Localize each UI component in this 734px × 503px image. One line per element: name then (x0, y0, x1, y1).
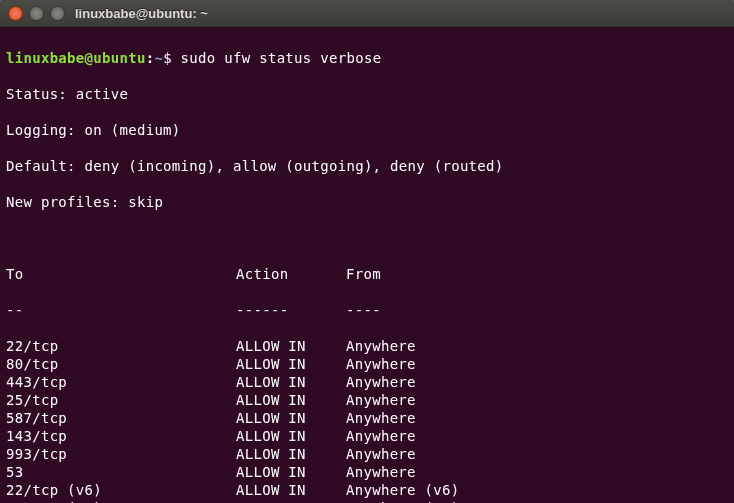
maximize-button[interactable] (50, 6, 65, 21)
prompt-user: linuxbabe@ubuntu (6, 50, 146, 66)
terminal-body[interactable]: linuxbabe@ubuntu:~$ sudo ufw status verb… (0, 27, 734, 503)
window-title: linuxbabe@ubuntu: ~ (75, 6, 208, 21)
cell-to: 22/tcp (v6) (6, 481, 236, 499)
cell-action: ALLOW IN (236, 481, 346, 499)
status-line: Default: deny (incoming), allow (outgoin… (6, 157, 728, 175)
table-row: 25/tcpALLOW INAnywhere (6, 391, 728, 409)
table-row: 993/tcpALLOW INAnywhere (6, 445, 728, 463)
table-row: 22/tcp (v6)ALLOW INAnywhere (v6) (6, 481, 728, 499)
cell-from: Anywhere (346, 373, 416, 391)
table-row: 587/tcpALLOW INAnywhere (6, 409, 728, 427)
blank-line (6, 229, 728, 247)
cell-action: ALLOW IN (236, 463, 346, 481)
cell-from: Anywhere (v6) (346, 481, 459, 499)
cell-from: Anywhere (346, 355, 416, 373)
cell-to: 587/tcp (6, 409, 236, 427)
prompt-line: linuxbabe@ubuntu:~$ sudo ufw status verb… (6, 49, 728, 67)
close-button[interactable] (8, 6, 23, 21)
cell-to: 53 (6, 463, 236, 481)
cell-from: Anywhere (346, 463, 416, 481)
window-controls (8, 6, 65, 21)
prompt-symbol: $ (163, 50, 172, 66)
cell-from: Anywhere (v6) (346, 499, 459, 503)
status-line: Status: active (6, 85, 728, 103)
table-header: ToActionFrom (6, 265, 728, 283)
cell-action: ALLOW IN (236, 355, 346, 373)
status-line: Logging: on (medium) (6, 121, 728, 139)
table-row: 22/tcpALLOW INAnywhere (6, 337, 728, 355)
header-to: To (6, 265, 236, 283)
cell-to: 143/tcp (6, 427, 236, 445)
cell-to: 993/tcp (6, 445, 236, 463)
cell-from: Anywhere (346, 427, 416, 445)
divider-from: ---- (346, 301, 381, 319)
cell-to: 80/tcp (6, 355, 236, 373)
cell-from: Anywhere (346, 391, 416, 409)
divider-action: ------ (236, 301, 346, 319)
cell-action: ALLOW IN (236, 373, 346, 391)
table-divider: ------------ (6, 301, 728, 319)
status-line: New profiles: skip (6, 193, 728, 211)
minimize-button[interactable] (29, 6, 44, 21)
cell-from: Anywhere (346, 445, 416, 463)
cell-to: 80/tcp (v6) (6, 499, 236, 503)
table-row: 53ALLOW INAnywhere (6, 463, 728, 481)
prompt-path: ~ (154, 50, 163, 66)
table-row: 80/tcp (v6)ALLOW INAnywhere (v6) (6, 499, 728, 503)
cell-action: ALLOW IN (236, 427, 346, 445)
table-row: 443/tcpALLOW INAnywhere (6, 373, 728, 391)
cell-action: ALLOW IN (236, 499, 346, 503)
divider-to: -- (6, 301, 236, 319)
terminal-window: linuxbabe@ubuntu: ~ linuxbabe@ubuntu:~$ … (0, 0, 734, 503)
cell-to: 443/tcp (6, 373, 236, 391)
command-text: sudo ufw status verbose (181, 50, 382, 66)
cell-action: ALLOW IN (236, 445, 346, 463)
titlebar: linuxbabe@ubuntu: ~ (0, 0, 734, 27)
rule-rows: 22/tcpALLOW INAnywhere80/tcpALLOW INAnyw… (6, 337, 728, 503)
header-action: Action (236, 265, 346, 283)
header-from: From (346, 265, 381, 283)
cell-to: 22/tcp (6, 337, 236, 355)
table-row: 143/tcpALLOW INAnywhere (6, 427, 728, 445)
cell-from: Anywhere (346, 337, 416, 355)
cell-action: ALLOW IN (236, 409, 346, 427)
cell-action: ALLOW IN (236, 391, 346, 409)
table-row: 80/tcpALLOW INAnywhere (6, 355, 728, 373)
cell-from: Anywhere (346, 409, 416, 427)
cell-to: 25/tcp (6, 391, 236, 409)
cell-action: ALLOW IN (236, 337, 346, 355)
